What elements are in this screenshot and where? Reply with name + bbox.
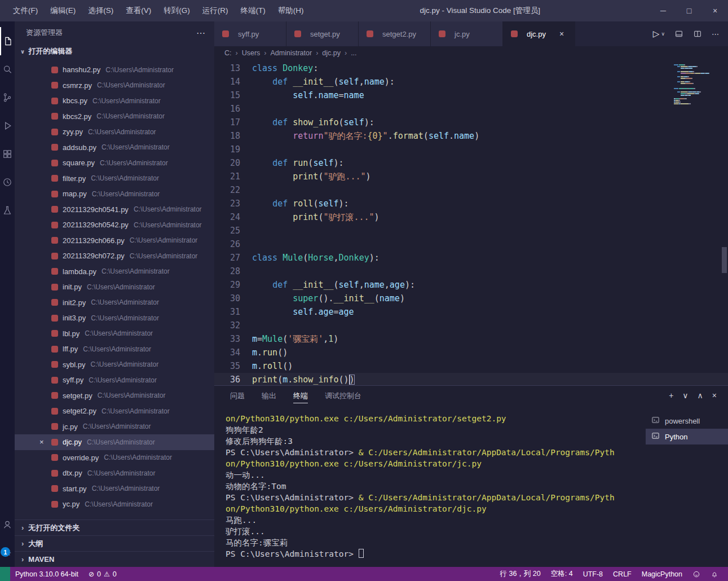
close-icon[interactable]: ×	[559, 29, 564, 38]
code-line[interactable]: 18 return"驴的名字:{0}".format(self.name)	[214, 129, 728, 143]
code-line[interactable]: 27class Mule(Horse,Donkey):	[214, 251, 728, 265]
code-line[interactable]: 31 self.age=age	[214, 305, 728, 319]
indentation[interactable]: 空格: 4	[546, 569, 578, 579]
minimap[interactable]	[674, 64, 718, 105]
run-python-file-button[interactable]: ▷ ∨	[653, 29, 665, 39]
history-icon[interactable]	[0, 168, 15, 196]
code-line[interactable]: 26	[214, 237, 728, 251]
panel-tab-输出[interactable]: 输出	[262, 391, 276, 403]
eol[interactable]: CRLF	[608, 570, 637, 578]
open-editor-item[interactable]: override.pyC:\Users\Administrator	[15, 450, 214, 466]
remote-indicator[interactable]	[0, 567, 10, 581]
open-editor-item[interactable]: setget2.pyC:\Users\Administrator	[15, 403, 214, 419]
menu-item[interactable]: 帮助(H)	[272, 0, 310, 21]
python-interpreter[interactable]: Python 3.10.0 64-bit	[10, 570, 83, 578]
open-editor-item[interactable]: kbcs2.pyC:\Users\Administrator	[15, 109, 214, 125]
breadcrumb-item[interactable]: ...	[351, 49, 356, 57]
terminal-session-Python[interactable]: Python	[646, 429, 728, 444]
open-editor-item[interactable]: init2.pyC:\Users\Administrator	[15, 295, 214, 311]
menu-item[interactable]: 文件(F)	[7, 0, 44, 21]
cursor-position[interactable]: 行 36，列 20	[495, 569, 545, 579]
tab-syff.py[interactable]: syff.py	[214, 21, 286, 46]
code-line[interactable]: 15 self.name=name	[214, 89, 728, 102]
open-editor-item[interactable]: sybl.pyC:\Users\Administrator	[15, 357, 214, 373]
sidebar-section-无打开的文件夹[interactable]: ›无打开的文件夹	[15, 520, 214, 535]
code-line[interactable]: 24 print("驴打滚...")	[214, 210, 728, 224]
terminal-output[interactable]: on/Python310/python.exe c:/Users/Adminis…	[214, 408, 646, 567]
open-editor-item[interactable]: yc.pyC:\Users\Administrator	[15, 496, 214, 512]
breadcrumb-item[interactable]: C:	[224, 49, 232, 57]
code-line[interactable]: 17 def show_info(self):	[214, 116, 728, 129]
code-line[interactable]: 20 def run(self):	[214, 156, 728, 170]
open-editor-item[interactable]: hanshu2.pyC:\Users\Administrator	[15, 62, 214, 78]
open-editors-section-header[interactable]: ∨ 打开的编辑器	[15, 44, 214, 59]
code-editor[interactable]: 13class Donkey:14 def __init__(self,name…	[214, 60, 728, 385]
code-line[interactable]: 22	[214, 183, 728, 197]
open-editor-item[interactable]: setget.pyC:\Users\Administrator	[15, 388, 214, 404]
tab-djc.py[interactable]: djc.py×	[503, 21, 575, 46]
panel-tab-问题[interactable]: 问题	[230, 391, 245, 403]
code-line[interactable]: 13class Donkey:	[214, 61, 728, 75]
account-icon[interactable]	[0, 510, 15, 539]
menu-item[interactable]: 查看(V)	[120, 0, 157, 21]
terminal-dropdown-icon[interactable]: ∨	[682, 391, 688, 400]
testing-icon[interactable]	[0, 196, 15, 225]
panel-tab-终端[interactable]: 终端	[293, 391, 308, 403]
more-actions-icon[interactable]: ⋯	[712, 30, 719, 38]
code-line[interactable]: 16	[214, 102, 728, 116]
open-editor-item[interactable]: map.pyC:\Users\Administrator	[15, 186, 214, 202]
breadcrumb-item[interactable]: Users	[242, 49, 261, 57]
code-line[interactable]: 36print(m.show_info())	[214, 373, 728, 385]
open-editor-item[interactable]: lambda.pyC:\Users\Administrator	[15, 264, 214, 280]
code-line[interactable]: 32	[214, 319, 728, 332]
run-debug-icon[interactable]	[0, 112, 15, 140]
scrollbar-thumb[interactable]	[722, 247, 727, 273]
breadcrumb-item[interactable]: djc.py	[322, 49, 341, 57]
open-editor-item[interactable]: dtx.pyC:\Users\Administrator	[15, 465, 214, 481]
open-editor-item[interactable]: init3.pyC:\Users\Administrator	[15, 310, 214, 326]
open-editor-item[interactable]: 20211329ch072.pyC:\Users\Administrator	[15, 248, 214, 264]
problems-status[interactable]: ⊘ 0 ⚠ 0	[83, 570, 122, 578]
source-control-icon[interactable]	[0, 83, 15, 112]
breadcrumb-item[interactable]: Administrator	[271, 49, 312, 57]
code-line[interactable]: 28	[214, 265, 728, 278]
sidebar-section-大纲[interactable]: ›大纲	[15, 535, 214, 551]
new-terminal-icon[interactable]: +	[669, 391, 673, 400]
close-icon[interactable]: ×	[39, 438, 51, 446]
encoding[interactable]: UTF-8	[578, 570, 608, 578]
code-line[interactable]: 19	[214, 143, 728, 156]
more-actions-icon[interactable]: ⋯	[196, 28, 205, 38]
code-line[interactable]: 34m.run()	[214, 346, 728, 359]
code-line[interactable]: 14 def __init__(self,name):	[214, 75, 728, 89]
close-panel-icon[interactable]: ×	[712, 391, 717, 400]
bell-icon[interactable]	[705, 570, 723, 578]
open-editor-item[interactable]: init.pyC:\Users\Administrator	[15, 279, 214, 295]
close-button[interactable]: ×	[702, 0, 728, 21]
feedback-icon[interactable]	[687, 570, 705, 578]
code-line[interactable]: 33m=Mule('骡宝莉',1)	[214, 332, 728, 346]
minimize-button[interactable]: ─	[650, 0, 676, 21]
open-editor-item[interactable]: start.pyC:\Users\Administrator	[15, 481, 214, 497]
code-line[interactable]: 21 print("驴跑...")	[214, 170, 728, 183]
open-editor-item[interactable]: lff.pyC:\Users\Administrator	[15, 341, 214, 357]
open-editor-item[interactable]: lbl.pyC:\Users\Administrator	[15, 326, 214, 342]
editor-scrollbar[interactable]	[721, 60, 728, 385]
menu-item[interactable]: 选择(S)	[82, 0, 120, 21]
sidebar-section-MAVEN[interactable]: ›MAVEN	[15, 551, 214, 567]
open-editor-item[interactable]: kbcs.pyC:\Users\Administrator	[15, 93, 214, 109]
open-editor-item[interactable]: 20211329ch0542.pyC:\Users\Administrator	[15, 217, 214, 233]
open-editor-item[interactable]: square.pyC:\Users\Administrator	[15, 155, 214, 171]
menu-item[interactable]: 转到(G)	[157, 0, 196, 21]
tab-jc.py[interactable]: jc.py	[431, 21, 503, 46]
menu-item[interactable]: 终端(T)	[235, 0, 272, 21]
code-line[interactable]: 30 super().__init__(name)	[214, 292, 728, 305]
panel-tab-调试控制台[interactable]: 调试控制台	[325, 391, 361, 403]
split-editor-icon[interactable]	[693, 29, 702, 38]
language-mode[interactable]: MagicPython	[637, 570, 687, 578]
code-line[interactable]: 35m.roll()	[214, 359, 728, 373]
open-editor-item[interactable]: addsub.pyC:\Users\Administrator	[15, 140, 214, 156]
code-line[interactable]: 25	[214, 224, 728, 237]
code-line[interactable]: 23 def roll(self):	[214, 197, 728, 210]
open-editor-item[interactable]: csmrz.pyC:\Users\Administrator	[15, 78, 214, 94]
open-editor-item[interactable]: jc.pyC:\Users\Administrator	[15, 419, 214, 435]
